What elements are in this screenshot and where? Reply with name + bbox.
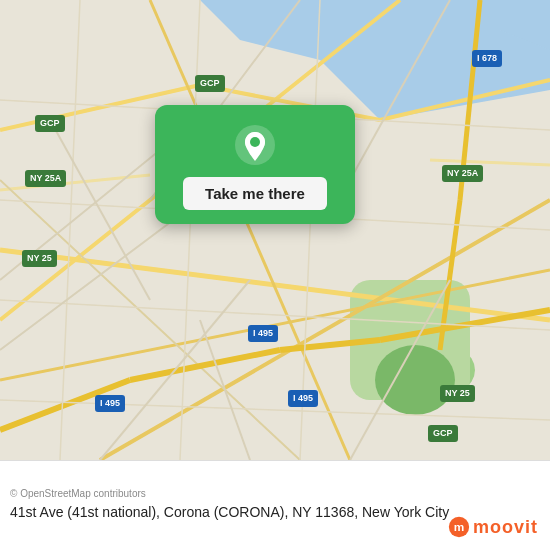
moovit-icon: m: [448, 516, 470, 538]
road-label-gcp-tl: GCP: [35, 115, 65, 132]
road-label-ny25-br: NY 25: [440, 385, 475, 402]
svg-text:m: m: [454, 520, 465, 534]
copyright-text: © OpenStreetMap contributors: [10, 488, 534, 499]
road-label-i495-br: I 495: [288, 390, 318, 407]
road-label-i495-bm: I 495: [248, 325, 278, 342]
svg-point-42: [250, 137, 260, 147]
moovit-logo: m moovit: [448, 516, 538, 538]
location-pin-icon: [233, 123, 277, 167]
map-view: GCP GCP GCP NY 25A NY 25A NY 25 I 495 I …: [0, 0, 550, 460]
info-bar: © OpenStreetMap contributors 41st Ave (4…: [0, 460, 550, 550]
road-label-ny25a-tl: NY 25A: [25, 170, 66, 187]
road-label-gcp-br: GCP: [428, 425, 458, 442]
popup-card: Take me there: [155, 105, 355, 224]
road-label-gcp-tm: GCP: [195, 75, 225, 92]
take-me-there-button[interactable]: Take me there: [183, 177, 327, 210]
road-label-ny25-bl: NY 25: [22, 250, 57, 267]
svg-point-6: [375, 345, 455, 415]
road-label-i678: I 678: [472, 50, 502, 67]
road-label-ny25a-tr: NY 25A: [442, 165, 483, 182]
road-label-i495-bl: I 495: [95, 395, 125, 412]
moovit-brand-text: moovit: [473, 517, 538, 538]
